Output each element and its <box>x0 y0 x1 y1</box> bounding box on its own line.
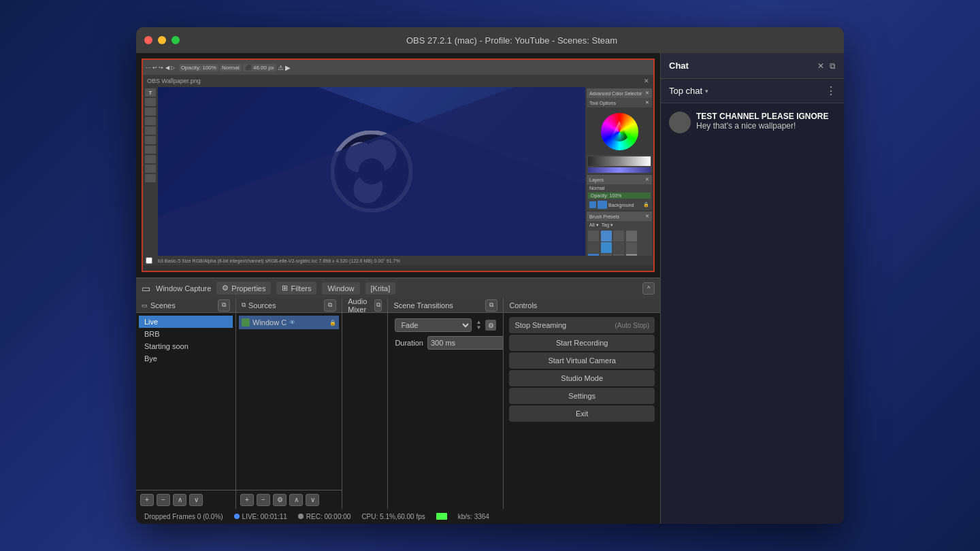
transition-type-select[interactable]: Fade <box>395 318 472 332</box>
brush-cell[interactable] <box>588 242 599 253</box>
krita-size: ⬛ 46.00 px <box>243 64 276 71</box>
krita-status-checkbox[interactable] <box>146 257 152 264</box>
live-status: LIVE: 00:01:11 <box>234 513 287 520</box>
source-eye-icon[interactable]: 👁 <box>289 319 295 326</box>
transition-gear-btn[interactable]: ⚙ <box>485 320 496 331</box>
color-gradient-bar[interactable] <box>588 156 651 166</box>
krita-layer-item[interactable]: Background 🔒 <box>587 199 652 210</box>
sources-expand-btn[interactable]: ⧉ <box>324 299 336 312</box>
transitions-expand-btn[interactable]: ⧉ <box>485 299 497 312</box>
scene-item-bye[interactable]: Bye <box>139 352 233 365</box>
top-chat-selector[interactable]: Top chat ▾ <box>669 86 708 96</box>
tool-gradient[interactable] <box>145 136 156 144</box>
layer-name: Background <box>608 203 634 207</box>
brush-cell[interactable] <box>638 231 649 241</box>
tool-transform[interactable] <box>145 155 156 163</box>
duration-input[interactable] <box>427 336 503 350</box>
krita-color-expand[interactable]: ✕ <box>645 90 649 96</box>
brush-cell[interactable] <box>626 231 637 241</box>
sources-add-btn[interactable]: + <box>240 494 254 506</box>
tab-filters[interactable]: ⊞ Filters <box>276 282 316 295</box>
krita-color-header: Advanced Color Selector ✕ <box>587 88 652 98</box>
chat-avatar <box>669 112 691 133</box>
brush-cell[interactable] <box>613 231 624 241</box>
krita-brush-header: Brush Presets ✕ <box>587 212 652 221</box>
brush-cell[interactable] <box>613 242 624 253</box>
maximize-button[interactable] <box>172 36 180 44</box>
brush-cell[interactable] <box>588 231 599 241</box>
chat-menu-button[interactable]: ⋮ <box>826 84 836 97</box>
krita-layers-expand[interactable]: ✕ <box>645 177 649 182</box>
sources-gear-btn[interactable]: ⚙ <box>273 494 287 506</box>
tool-shapes[interactable] <box>145 165 156 173</box>
settings-label: Settings <box>568 392 595 400</box>
transitions-panel-header: Scene Transitions ⧉ <box>388 298 503 313</box>
sources-icon: ⧉ <box>242 301 246 309</box>
start-virtual-camera-button[interactable]: Start Virtual Camera <box>509 352 655 369</box>
settings-button[interactable]: Settings <box>509 388 655 404</box>
brush-cell[interactable] <box>626 242 637 253</box>
tool-brush[interactable] <box>145 98 156 106</box>
color-hue-bar[interactable] <box>588 167 651 173</box>
source-checkbox[interactable] <box>242 318 250 327</box>
scenes-expand-btn[interactable]: ⧉ <box>218 299 230 312</box>
source-item-window-capture[interactable]: Window C 👁 🔒 <box>239 316 339 329</box>
scenes-remove-btn[interactable]: − <box>157 494 170 506</box>
rec-time: REC: 00:00:00 <box>306 513 351 520</box>
source-bar: ▭ Window Capture ⚙ Properties ⊞ Filters … <box>136 278 660 298</box>
krita-close-btn[interactable]: ✕ <box>644 78 649 84</box>
tool-eraser[interactable] <box>145 107 156 116</box>
krita-tool-options-header: Tool Options ✕ <box>587 98 652 107</box>
stop-streaming-button[interactable]: Stop Streaming (Auto Stop) <box>509 317 655 333</box>
brush-cell[interactable] <box>638 242 649 253</box>
obs-logo-preview <box>331 131 412 212</box>
close-button[interactable] <box>144 36 152 44</box>
sources-up-btn[interactable]: ∧ <box>289 494 303 506</box>
minimize-button[interactable] <box>158 36 166 44</box>
panels-row: ▭ Scenes ⧉ Live BRB Starting soon <box>136 298 660 509</box>
start-virtual-cam-label: Start Virtual Camera <box>548 356 615 365</box>
scenes-down-btn[interactable]: ∨ <box>189 494 203 506</box>
scene-item-brb[interactable]: BRB <box>139 328 233 340</box>
transition-arrows[interactable]: ▲ ▼ <box>476 320 481 331</box>
tool-fill[interactable] <box>145 127 156 135</box>
krita-brush-expand[interactable]: ✕ <box>645 214 649 219</box>
sources-remove-btn[interactable]: − <box>257 494 270 506</box>
chat-close-icon[interactable]: ✕ <box>817 61 824 71</box>
tab-krita[interactable]: [Krita] <box>365 282 396 295</box>
stop-streaming-label: Stop Streaming <box>514 321 566 329</box>
scenes-add-btn[interactable]: + <box>140 494 154 506</box>
source-bar-expand[interactable]: ^ <box>642 282 655 295</box>
tool-zoom[interactable] <box>145 174 156 182</box>
krita-horizontal-scrollbar[interactable] <box>143 265 653 271</box>
color-wheel[interactable] <box>601 113 638 150</box>
tab-properties[interactable]: ⚙ Properties <box>216 282 271 295</box>
tool-select[interactable] <box>145 117 156 125</box>
tool-text[interactable]: T <box>145 88 156 97</box>
source-lock-icon[interactable]: 🔒 <box>329 320 336 326</box>
window-tab-label: Window <box>327 284 354 293</box>
sources-panel: ⧉ Sources ⧉ Window C 👁 🔒 + <box>236 298 342 509</box>
start-recording-button[interactable]: Start Recording <box>509 335 655 351</box>
exit-button[interactable]: Exit <box>509 405 655 422</box>
controls-header-label: Controls <box>509 301 537 310</box>
audio-expand-btn[interactable]: ⧉ <box>374 299 382 312</box>
chat-expand-icon[interactable]: ⧉ <box>830 61 836 71</box>
scene-item-starting-soon[interactable]: Starting soon <box>139 340 233 352</box>
krita-canvas[interactable] <box>158 87 585 256</box>
studio-mode-button[interactable]: Studio Mode <box>509 370 655 386</box>
scenes-footer: + − ∧ ∨ <box>136 490 235 509</box>
brush-cell[interactable] <box>601 231 612 241</box>
layer-visibility[interactable] <box>589 201 596 208</box>
scenes-up-btn[interactable]: ∧ <box>173 494 186 506</box>
sources-down-btn[interactable]: ∨ <box>306 494 319 506</box>
tool-crop[interactable] <box>145 146 156 154</box>
layer-lock-icon[interactable]: 🔒 <box>643 202 649 207</box>
krita-opacity-row: Opacity: 100% <box>588 193 651 199</box>
tab-window[interactable]: Window <box>322 282 359 295</box>
sources-panel-body: Window C 👁 🔒 <box>236 313 342 490</box>
krita-warning-icon: ⚠ <box>278 64 284 71</box>
krita-tool-expand[interactable]: ✕ <box>645 100 649 105</box>
scene-item-live[interactable]: Live <box>139 316 233 328</box>
brush-cell[interactable] <box>601 242 612 253</box>
